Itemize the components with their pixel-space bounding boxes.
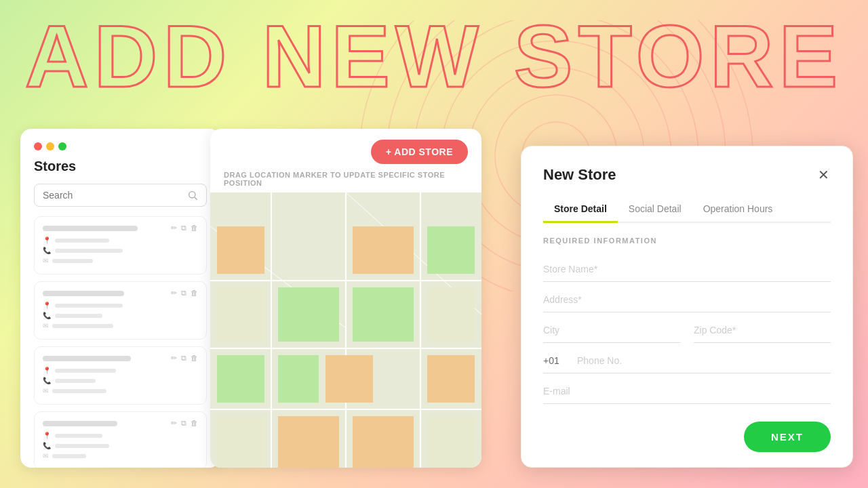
window-close-dot[interactable] bbox=[34, 142, 42, 150]
location-icon: 📍 bbox=[43, 237, 51, 244]
tab-store-detail[interactable]: Store Detail bbox=[543, 198, 618, 223]
email-icon: ✉ bbox=[43, 387, 48, 394]
next-button[interactable]: NEXT bbox=[744, 422, 831, 452]
window-maximize-dot[interactable] bbox=[58, 142, 66, 150]
list-item: ✏ ⧉ 🗑 📍 📞 ✉ bbox=[34, 346, 207, 405]
email-icon: ✉ bbox=[43, 322, 48, 329]
svg-rect-18 bbox=[278, 287, 339, 342]
form-title: New Store bbox=[543, 166, 616, 184]
add-store-button[interactable]: + ADD STORE bbox=[371, 140, 468, 164]
edit-icon[interactable]: ✏ bbox=[171, 289, 177, 298]
phone-code-input[interactable] bbox=[543, 355, 570, 373]
edit-icon[interactable]: ✏ bbox=[171, 224, 177, 232]
tab-social-detail[interactable]: Social Detail bbox=[618, 198, 692, 223]
svg-rect-29 bbox=[217, 287, 264, 342]
map-area[interactable] bbox=[210, 192, 481, 468]
email-input[interactable] bbox=[543, 379, 831, 404]
location-icon: 📍 bbox=[43, 367, 51, 374]
page-hero-title: ADD NEW STORE bbox=[0, 12, 868, 100]
svg-rect-28 bbox=[353, 416, 414, 468]
phone-icon: 📞 bbox=[43, 247, 51, 254]
search-input[interactable] bbox=[43, 190, 187, 201]
map-panel: + ADD STORE DRAG LOCATION MARKER TO UPDA… bbox=[210, 129, 481, 468]
phone-number-input[interactable] bbox=[577, 348, 831, 373]
location-icon: 📍 bbox=[43, 432, 51, 439]
svg-point-7 bbox=[189, 192, 195, 198]
svg-rect-27 bbox=[278, 416, 339, 468]
phone-icon: 📞 bbox=[43, 377, 51, 384]
tab-operation-hours[interactable]: Operation Hours bbox=[692, 198, 784, 223]
svg-rect-32 bbox=[427, 416, 475, 468]
copy-icon[interactable]: ⧉ bbox=[181, 289, 186, 298]
svg-rect-20 bbox=[278, 355, 319, 403]
svg-rect-24 bbox=[217, 226, 264, 274]
svg-rect-26 bbox=[427, 355, 475, 403]
new-store-form-panel: New Store ✕ Store Detail Social Detail O… bbox=[521, 146, 853, 468]
search-box[interactable] bbox=[34, 184, 207, 207]
stores-panel: Stores ✏ ⧉ 🗑 📍 📞 ✉ ✏ ⧉ 🗑 📍 bbox=[20, 129, 220, 468]
email-icon: ✉ bbox=[43, 257, 48, 264]
delete-icon[interactable]: 🗑 bbox=[191, 419, 198, 428]
svg-rect-22 bbox=[217, 355, 264, 403]
map-instruction: DRAG LOCATION MARKER TO UPDATE SPECIFIC … bbox=[210, 171, 481, 192]
city-zip-row bbox=[543, 318, 831, 348]
window-controls bbox=[34, 142, 207, 150]
form-tabs: Store Detail Social Detail Operation Hou… bbox=[543, 198, 831, 223]
form-header: New Store ✕ bbox=[543, 165, 831, 184]
email-icon: ✉ bbox=[43, 452, 48, 460]
svg-rect-23 bbox=[353, 226, 414, 274]
copy-icon[interactable]: ⧉ bbox=[181, 419, 186, 428]
copy-icon[interactable]: ⧉ bbox=[181, 224, 186, 232]
svg-rect-19 bbox=[353, 287, 414, 342]
zip-code-input[interactable] bbox=[694, 318, 831, 343]
delete-icon[interactable]: 🗑 bbox=[191, 224, 198, 232]
list-item: ✏ ⧉ 🗑 📍 📞 ✉ bbox=[34, 281, 207, 340]
list-item: ✏ ⧉ 🗑 📍 📞 ✉ bbox=[34, 411, 207, 468]
search-icon bbox=[187, 190, 198, 201]
list-item: ✏ ⧉ 🗑 📍 📞 ✉ bbox=[34, 216, 207, 274]
svg-rect-25 bbox=[326, 355, 373, 403]
edit-icon[interactable]: ✏ bbox=[171, 354, 177, 363]
close-button[interactable]: ✕ bbox=[816, 165, 831, 184]
svg-rect-31 bbox=[217, 416, 264, 468]
map-panel-header: + ADD STORE bbox=[210, 129, 481, 164]
delete-icon[interactable]: 🗑 bbox=[191, 354, 198, 363]
phone-icon: 📞 bbox=[43, 312, 51, 319]
window-minimize-dot[interactable] bbox=[46, 142, 54, 150]
store-name-input[interactable] bbox=[543, 257, 831, 282]
location-icon: 📍 bbox=[43, 302, 51, 309]
section-label: REQUIRED INFORMATION bbox=[543, 237, 831, 245]
copy-icon[interactable]: ⧉ bbox=[181, 354, 186, 363]
edit-icon[interactable]: ✏ bbox=[171, 419, 177, 428]
stores-panel-title: Stores bbox=[34, 159, 207, 174]
phone-icon: 📞 bbox=[43, 442, 51, 449]
city-input[interactable] bbox=[543, 318, 680, 343]
address-input[interactable] bbox=[543, 287, 831, 312]
svg-rect-30 bbox=[427, 287, 475, 342]
phone-row bbox=[543, 348, 831, 373]
map-svg bbox=[210, 192, 481, 468]
svg-line-8 bbox=[195, 197, 197, 200]
svg-rect-21 bbox=[427, 226, 475, 274]
delete-icon[interactable]: 🗑 bbox=[191, 289, 198, 298]
